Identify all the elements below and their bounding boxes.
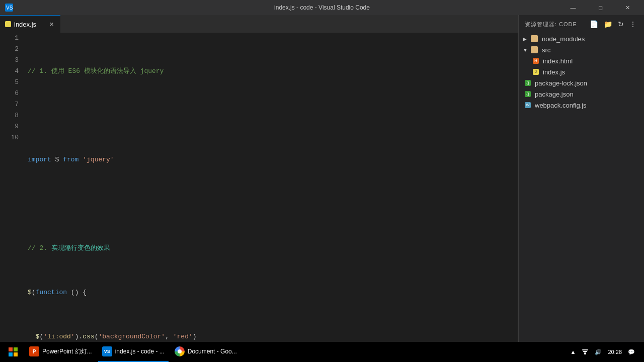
window-controls: — ◻ ✕ — [561, 0, 639, 15]
sidebar-header-icons: 📄 📁 ↻ ⋮ — [589, 19, 638, 29]
webpack-icon: W — [525, 102, 531, 108]
windows-logo-icon — [9, 347, 18, 356]
line-num-3: 3 — [4, 55, 19, 66]
code-content[interactable]: // 1. 使用 ES6 模块化的语法导入 jquery import $ fr… — [23, 33, 518, 362]
vscode-taskbar-icon: VS — [102, 346, 112, 356]
sidebar-item-index-js[interactable]: J index.js — [519, 66, 644, 77]
code-comment-5: // 2. 实现隔行变色的效果 — [28, 243, 110, 254]
line-num-9: 9 — [4, 121, 19, 132]
taskbar-system-tray[interactable]: ▲ — [569, 349, 578, 355]
line-num-4: 4 — [4, 66, 19, 77]
code-panel: 1 2 3 4 5 6 7 8 9 10 // 1. 使用 ES6 模块化的语法… — [0, 33, 518, 362]
sidebar-item-src[interactable]: ▼ src — [519, 44, 644, 55]
window-title: index.js - code - Visual Studio Code — [274, 4, 370, 11]
line-num-5: 5 — [4, 77, 19, 88]
tab-bar: index.js ✕ — [0, 15, 518, 33]
svg-text:VS: VS — [6, 5, 13, 11]
line-num-6: 6 — [4, 88, 19, 99]
svg-rect-4 — [9, 352, 13, 356]
code-line-4 — [28, 199, 513, 210]
close-button[interactable]: ✕ — [616, 0, 639, 15]
node-modules-label: node_modules — [542, 35, 585, 43]
taskbar-notification[interactable]: 💬 — [626, 349, 637, 355]
src-folder-icon — [531, 46, 538, 53]
title-bar: VS index.js - code - Visual Studio Code … — [0, 0, 644, 15]
line-num-7: 7 — [4, 99, 19, 110]
code-comment-1: // 1. 使用 ES6 模块化的语法导入 jquery — [28, 66, 164, 77]
minimap-divider — [518, 33, 518, 362]
sidebar-item-webpack-config[interactable]: W webpack.config.js — [519, 100, 644, 111]
js-file-icon — [5, 21, 11, 27]
editor-column: index.js ✕ 1 2 3 4 5 6 7 8 9 10 — [0, 15, 518, 362]
package-json-label: package.json — [535, 90, 574, 98]
sidebar-item-index-html[interactable]: H index.html — [519, 55, 644, 66]
powerpoint-icon: P — [29, 346, 39, 356]
tab-label: index.js — [14, 21, 36, 28]
code-line-1: // 1. 使用 ES6 模块化的语法导入 jquery — [28, 66, 513, 77]
package-lock-json-label: package-lock.json — [535, 79, 587, 87]
code-line-6: $ ( function () { — [28, 287, 513, 298]
tab-close-button[interactable]: ✕ — [47, 20, 55, 28]
editor-tab-index-js[interactable]: index.js ✕ — [0, 15, 60, 33]
sidebar-item-package-json[interactable]: {} package.json — [519, 88, 644, 100]
line-num-10: 10 — [4, 132, 19, 143]
taskbar-powerpoint-label: PowerPoint 幻灯... — [42, 347, 92, 356]
code-line-2 — [28, 110, 513, 121]
svg-rect-5 — [14, 352, 18, 356]
json-lock-icon: {} — [525, 80, 531, 86]
taskbar-powerpoint[interactable]: P PowerPoint 幻灯... — [25, 342, 96, 362]
index-html-label: index.html — [543, 57, 573, 65]
taskbar: P PowerPoint 幻灯... VS index.js - code - … — [0, 342, 644, 362]
taskbar-chrome[interactable]: Document - Goo... — [171, 342, 241, 362]
svg-rect-2 — [9, 347, 13, 351]
sidebar-item-node-modules[interactable]: ▶ node_modules — [519, 33, 644, 44]
vscode-logo-icon: VS — [5, 4, 13, 12]
import-keyword: import — [28, 154, 51, 165]
taskbar-network-icon[interactable] — [580, 348, 591, 356]
taskbar-vscode[interactable]: VS index.js - code - ... — [98, 342, 169, 362]
sidebar-title: 资源管理器: CODE — [525, 21, 577, 28]
json-icon: {} — [525, 91, 531, 97]
taskbar-vscode-label: index.js - code - ... — [115, 348, 165, 355]
layout-wrapper: index.js ✕ 1 2 3 4 5 6 7 8 9 10 — [0, 15, 644, 362]
js-sidebar-icon: J — [533, 69, 539, 75]
title-left: VS — [5, 4, 13, 12]
line-num-8: 8 — [4, 110, 19, 121]
index-js-label: index.js — [543, 68, 565, 76]
code-line-5: // 2. 实现隔行变色的效果 — [28, 243, 513, 254]
webpack-config-label: webpack.config.js — [535, 102, 587, 109]
node-modules-folder-icon — [531, 35, 538, 42]
taskbar-clock[interactable]: 20:28 — [606, 349, 624, 355]
maximize-button[interactable]: ◻ — [589, 0, 612, 15]
collapse-all-icon[interactable]: ⋮ — [628, 19, 638, 29]
new-file-icon[interactable]: 📄 — [589, 19, 600, 29]
chrome-icon — [175, 346, 185, 356]
src-label: src — [542, 46, 550, 54]
taskbar-right: ▲ 🔊 20:28 💬 — [569, 348, 641, 356]
start-button[interactable] — [3, 342, 23, 362]
minimize-button[interactable]: — — [561, 0, 585, 15]
line-numbers: 1 2 3 4 5 6 7 8 9 10 — [0, 33, 23, 362]
code-line-7: $ ( 'li:odd' ). css ( 'backgroundColor' … — [28, 331, 513, 342]
svg-rect-8 — [582, 349, 588, 350]
network-icon — [582, 348, 589, 355]
sidebar-header: 资源管理器: CODE 📄 📁 ↻ ⋮ — [519, 15, 644, 33]
line-num-2: 2 — [4, 44, 19, 55]
taskbar-chrome-label: Document - Goo... — [188, 348, 237, 355]
line-num-1: 1 — [4, 33, 19, 44]
html-file-icon: H — [533, 58, 539, 64]
refresh-icon[interactable]: ↻ — [617, 19, 625, 29]
content-row: index.js ✕ 1 2 3 4 5 6 7 8 9 10 — [0, 15, 644, 362]
svg-rect-3 — [14, 347, 18, 351]
svg-rect-6 — [584, 352, 586, 354]
taskbar-volume-icon[interactable]: 🔊 — [593, 349, 604, 355]
code-line-3: import $ from 'jquery' — [28, 154, 513, 165]
sidebar: 资源管理器: CODE 📄 📁 ↻ ⋮ ▶ node_modules ▼ — [518, 15, 644, 362]
new-folder-icon[interactable]: 📁 — [603, 19, 614, 29]
svg-rect-7 — [583, 351, 587, 352]
sidebar-item-package-lock-json[interactable]: {} package-lock.json — [519, 77, 644, 88]
folder-arrow-icon: ▶ — [523, 36, 529, 42]
sidebar-tree: ▶ node_modules ▼ src H index.html J — [519, 33, 644, 111]
folder-arrow-open-icon: ▼ — [523, 47, 529, 53]
